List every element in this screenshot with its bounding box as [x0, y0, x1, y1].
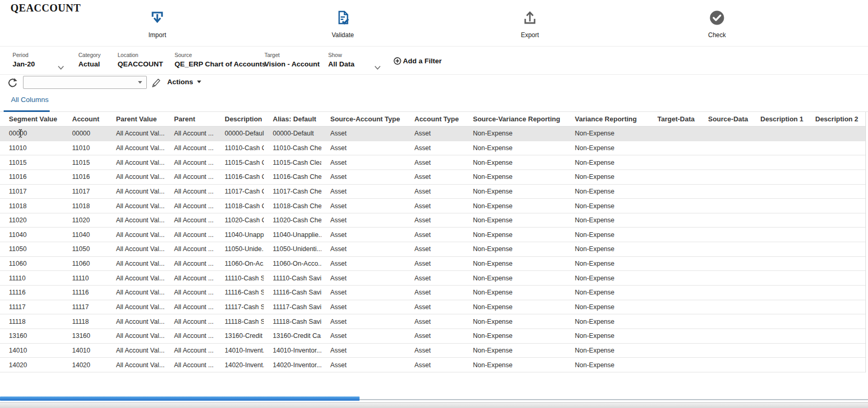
table-row[interactable]: 1111611116All Account Val...All Account …	[0, 286, 865, 300]
table-cell: 11016-Cash C...	[216, 173, 264, 180]
table-row[interactable]: 1402014020All Account Val...All Account …	[0, 358, 865, 372]
edit-pencil-icon[interactable]	[151, 77, 161, 90]
table-cell: Asset	[321, 361, 406, 369]
table-row[interactable]: 1104011040All Account Val...All Account …	[0, 228, 865, 242]
column-header-source-data[interactable]: Source-Data	[699, 115, 751, 123]
table-cell: Non-Expense	[464, 275, 566, 282]
filter-show[interactable]: Show All Data	[328, 52, 354, 68]
filter-category-value: Actual	[78, 60, 101, 68]
table-cell: Non-Expense	[566, 173, 649, 180]
table-cell: 11116-Cash Savi...	[264, 289, 321, 296]
actions-menu-button[interactable]: Actions	[167, 78, 201, 86]
table-row[interactable]: 1102011020All Account Val...All Account …	[0, 213, 865, 228]
refresh-icon[interactable]	[7, 77, 18, 91]
export-icon	[522, 8, 538, 27]
table-row[interactable]: 1101811018All Account Val...All Account …	[0, 199, 865, 213]
validate-button[interactable]: Validate	[311, 8, 374, 39]
column-header-target-data[interactable]: Target-Data	[649, 115, 699, 123]
column-header-description[interactable]: Description	[216, 115, 264, 123]
table-row[interactable]: 1111811118All Account Val...All Account …	[0, 314, 865, 329]
table-cell: Non-Expense	[566, 188, 649, 195]
table-cell: All Account Val...	[107, 173, 165, 180]
filter-period[interactable]: Period Jan-20	[13, 52, 35, 68]
export-button[interactable]: Export	[499, 8, 561, 39]
table-row[interactable]: 1101011010All Account Val...All Account …	[0, 141, 865, 156]
table-cell: Asset	[406, 245, 464, 253]
table-cell: All Account Val...	[107, 217, 165, 224]
table-cell: Non-Expense	[464, 188, 566, 195]
combobox-input[interactable]	[24, 79, 138, 86]
table-row[interactable]: 1101611016All Account Val...All Account …	[0, 170, 865, 185]
table-row[interactable]: 1101711017All Account Val...All Account …	[0, 185, 865, 199]
table-cell: 11010-Cash C...	[216, 144, 264, 152]
table-cell: 00000-Default	[264, 130, 321, 137]
table-row[interactable]: 1111011110All Account Val...All Account …	[0, 271, 865, 286]
table-cell: 11018	[0, 202, 63, 210]
column-header-account[interactable]: Account	[63, 115, 107, 123]
table-cell: All Account Val...	[107, 303, 165, 311]
table-cell: Non-Expense	[464, 318, 566, 325]
table-cell: 11060	[63, 260, 107, 267]
table-cell: 11017	[63, 188, 107, 195]
table-cell: 11020	[0, 217, 63, 224]
check-button[interactable]: Check	[686, 8, 748, 39]
table-cell: Non-Expense	[464, 361, 566, 369]
table-cell: Asset	[406, 332, 464, 339]
filter-category[interactable]: Category Actual	[78, 52, 101, 68]
table-cell: Asset	[321, 202, 406, 210]
column-header-source-account-type[interactable]: Source-Account Type	[321, 115, 406, 123]
table-row[interactable]: 1111711117All Account Val...All Account …	[0, 300, 865, 315]
table-row[interactable]: 1106011060All Account Val...All Account …	[0, 257, 865, 271]
table-cell: Asset	[406, 130, 464, 137]
table-row[interactable]: 1101511015All Account Val...All Account …	[0, 155, 865, 170]
table-cell: All Account ...	[165, 361, 216, 369]
column-header-variance-reporting[interactable]: Variance Reporting	[566, 115, 649, 123]
table-cell: All Account ...	[165, 245, 216, 253]
table-cell: Asset	[321, 188, 406, 195]
table-cell: Non-Expense	[566, 202, 649, 210]
table-cell: Non-Expense	[464, 289, 566, 296]
table-cell: Asset	[406, 231, 464, 239]
column-header-parent[interactable]: Parent	[165, 115, 216, 123]
column-header-segment-value[interactable]: Segment Value	[0, 115, 63, 123]
table-cell: 11010-Cash Che...	[264, 144, 321, 152]
combobox-caret-icon[interactable]	[138, 81, 142, 84]
filter-source-label: Source	[175, 52, 266, 58]
column-header-description-1[interactable]: Description 1	[751, 115, 806, 123]
column-header-parent-value[interactable]: Parent Value	[107, 115, 165, 123]
table-cell: Asset	[321, 159, 406, 166]
table-cell: 11118-Cash Savi...	[264, 318, 321, 325]
table-cell: 11017-Cash Che...	[264, 188, 321, 195]
import-button[interactable]: Import	[126, 8, 189, 39]
table-row[interactable]: 1401014010All Account Val...All Account …	[0, 344, 865, 358]
column-header-source-variance-reporting[interactable]: Source-Variance Reporting	[464, 115, 566, 123]
filter-location[interactable]: Location QEACCOUNT	[118, 52, 163, 68]
table-cell: 11116-Cash Sa...	[216, 289, 264, 296]
table-cell: Non-Expense	[464, 245, 566, 253]
tab-all-columns[interactable]: All Columns	[11, 96, 49, 104]
table-cell: 11016	[63, 173, 107, 180]
table-cell: Asset	[321, 144, 406, 152]
column-header-description-2[interactable]: Description 2	[806, 115, 868, 123]
horizontal-scrollbar-thumb[interactable]	[0, 396, 360, 401]
table-cell: 11017-Cash C...	[216, 188, 264, 195]
column-header-account-type[interactable]: Account Type	[406, 115, 464, 123]
table-cell: Asset	[321, 130, 406, 137]
chevron-down-icon[interactable]	[57, 63, 64, 72]
table-cell: 14020-Inventor...	[264, 361, 321, 369]
table-cell: 11018-Cash Che...	[264, 202, 321, 210]
table-row[interactable]: 0000000000All Account Val...All Account …	[0, 127, 865, 141]
data-select-combobox[interactable]	[23, 76, 147, 89]
table-cell: Asset	[406, 275, 464, 282]
table-cell: Non-Expense	[566, 217, 649, 224]
window-bottom-edge	[0, 402, 868, 408]
add-filter-button[interactable]: Add a Filter	[394, 57, 442, 65]
filter-source[interactable]: Source QE_ERP Chart of Accounts	[175, 52, 266, 68]
table-row[interactable]: 1316013160All Account Val...All Account …	[0, 329, 865, 344]
table-row[interactable]: 1105011050All Account Val...All Account …	[0, 242, 865, 257]
filter-target[interactable]: Target Vision - Account	[264, 52, 320, 68]
table-cell: 11015	[0, 159, 63, 166]
validate-label: Validate	[332, 31, 354, 39]
chevron-down-icon[interactable]	[374, 63, 381, 72]
column-header-alias-default[interactable]: Alias: Default	[264, 115, 321, 123]
